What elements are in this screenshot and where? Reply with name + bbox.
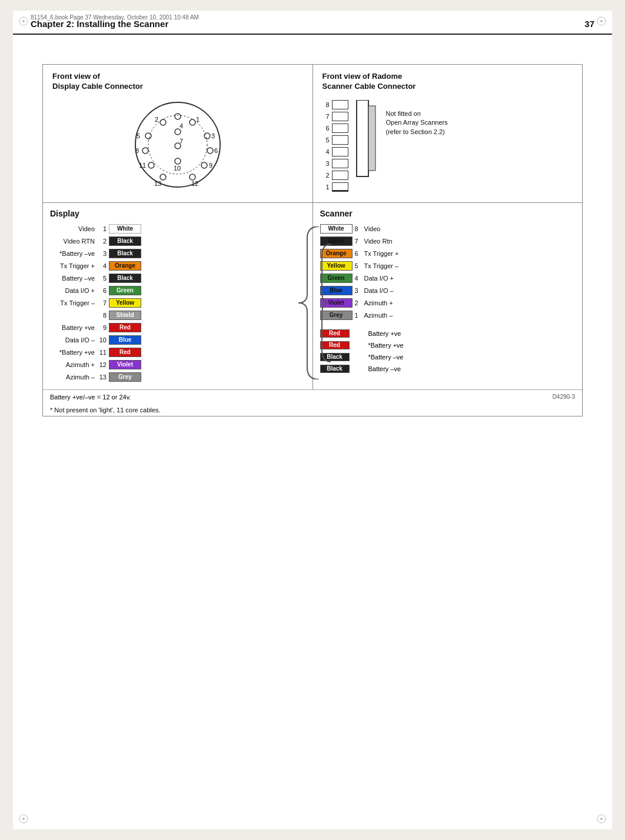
radome-pin-6: 6 bbox=[323, 124, 348, 133]
wire-row-data-io-plus: Data I/O + 6 Green bbox=[50, 285, 305, 296]
svg-point-10 bbox=[175, 114, 181, 119]
svg-text:9: 9 bbox=[209, 162, 212, 169]
corner-mark-br bbox=[596, 813, 607, 825]
svg-text:5: 5 bbox=[137, 132, 140, 139]
svg-rect-38 bbox=[368, 106, 375, 171]
not-present-note: * Not present on 'light', 11 core cables… bbox=[43, 404, 582, 416]
svg-text:10: 10 bbox=[174, 165, 181, 172]
radome-view-title: Front view of Radome Scanner Cable Conne… bbox=[323, 72, 573, 92]
battery-note: Battery +ve/–ve = 12 or 24v. bbox=[50, 394, 131, 401]
scanner-wire-grey: Grey 1 Azimuth – bbox=[320, 309, 576, 321]
scanner-battery-pve: Red Battery +ve bbox=[320, 328, 576, 339]
wire-row-battery-ve-star: *Battery –ve 3 Black bbox=[50, 248, 305, 259]
svg-text:2: 2 bbox=[155, 116, 158, 123]
svg-text:13: 13 bbox=[154, 180, 161, 187]
svg-text:6: 6 bbox=[214, 147, 218, 154]
svg-text:1: 1 bbox=[196, 116, 200, 123]
scanner-battery-mve: Black Battery –ve bbox=[320, 364, 576, 374]
scanner-wiring-title: Scanner bbox=[320, 209, 576, 218]
wire-row-tx-trigger-plus: Tx Trigger + 4 Orange bbox=[50, 260, 305, 272]
display-wire-table: Video 1 White Video RTN 2 Black *Battery… bbox=[50, 223, 305, 383]
svg-point-15 bbox=[204, 133, 210, 139]
scanner-wire-violet: Violet 2 Azimuth + bbox=[320, 297, 576, 309]
svg-point-27 bbox=[201, 162, 207, 168]
radome-pin-3: 3 bbox=[323, 159, 348, 168]
radome-pin-2: 2 bbox=[323, 171, 348, 180]
wire-row-video-rtn: Video RTN 2 Black bbox=[50, 235, 305, 247]
svg-point-17 bbox=[175, 129, 181, 135]
radome-pin-8: 8 bbox=[323, 100, 348, 109]
svg-text:4: 4 bbox=[179, 122, 183, 129]
scanner-wire-green: Green 4 Data I/O + bbox=[320, 272, 576, 284]
wire-row-video: Video 1 White bbox=[50, 223, 305, 235]
scanner-wire-white: White 8 Video bbox=[320, 223, 576, 235]
corner-mark-bl bbox=[18, 813, 29, 825]
doc-id: D4290-3 bbox=[553, 394, 575, 400]
top-views: Front view of Display Cable Connector bbox=[43, 65, 582, 203]
svg-point-35 bbox=[160, 174, 166, 180]
radome-connector-diagram: 8 7 6 5 bbox=[323, 98, 573, 193]
wire-row-data-io-minus: Data I/O – 10 Blue bbox=[50, 334, 305, 346]
scanner-battery-pve-star: Red *Battery +ve bbox=[320, 340, 576, 351]
svg-point-11 bbox=[190, 119, 195, 125]
display-wiring-section: Display Video 1 White Video RTN 2 Black bbox=[43, 203, 313, 389]
svg-point-25 bbox=[142, 148, 148, 154]
corner-mark-tr bbox=[596, 15, 607, 27]
svg-point-13 bbox=[160, 119, 166, 125]
scanner-battery-mve-star: Black *Battery –ve bbox=[320, 352, 576, 362]
radome-pin-7: 7 bbox=[323, 112, 348, 121]
scanner-battery-extra: Red Battery +ve Red *Battery +ve Black *… bbox=[320, 325, 576, 374]
svg-point-19 bbox=[145, 133, 151, 139]
svg-point-7 bbox=[600, 818, 603, 820]
radome-connector-view: Front view of Radome Scanner Cable Conne… bbox=[313, 65, 583, 202]
wire-row-tx-trigger-minus: Tx Trigger – 7 Yellow bbox=[50, 297, 305, 309]
wire-row-battery-pve: Battery +ve 9 Red bbox=[50, 322, 305, 334]
svg-rect-37 bbox=[357, 100, 368, 176]
scanner-wiring-section: Scanner White 8 Video Black 7 Video Rtn bbox=[313, 203, 583, 389]
footnote-area: Battery +ve/–ve = 12 or 24v. D4290-3 bbox=[43, 389, 582, 404]
svg-point-29 bbox=[175, 158, 181, 164]
svg-point-5 bbox=[22, 818, 25, 820]
svg-text:7: 7 bbox=[179, 138, 183, 145]
radome-pin-4: 4 bbox=[323, 147, 348, 156]
scanner-wire-yellow: Yellow 5 Tx Trigger – bbox=[320, 260, 576, 272]
scanner-wire-blue: Blue 3 Data I/O – bbox=[320, 285, 576, 296]
display-view-title: Front view of Display Cable Connector bbox=[52, 72, 303, 92]
radome-pin-1: 1 bbox=[323, 182, 348, 192]
wire-row-battery-pve-star: *Battery +ve 11 Red bbox=[50, 346, 305, 358]
svg-point-1 bbox=[22, 20, 25, 22]
svg-text:3: 3 bbox=[211, 132, 215, 139]
scanner-wire-orange: Orange 6 Tx Trigger + bbox=[320, 248, 576, 259]
display-connector-diagram: 1 2 3 4 5 bbox=[125, 98, 231, 192]
radome-note: Not fitted onOpen Array Scanners(refer t… bbox=[386, 109, 448, 136]
scanner-wire-black-7: Black 7 Video Rtn bbox=[320, 235, 576, 247]
svg-text:11: 11 bbox=[139, 162, 146, 169]
radome-pin-5: 5 bbox=[323, 135, 348, 145]
file-info: 81154_6.book Page 37 Wednesday, October … bbox=[31, 14, 199, 21]
svg-point-3 bbox=[600, 20, 603, 22]
display-wiring-title: Display bbox=[50, 209, 305, 218]
page-number: 37 bbox=[584, 19, 594, 29]
svg-point-31 bbox=[148, 162, 154, 168]
svg-point-21 bbox=[207, 148, 213, 154]
main-diagram: Front view of Display Cable Connector bbox=[42, 64, 583, 416]
wire-row-battery-ve: Battery –ve 5 Black bbox=[50, 272, 305, 284]
scanner-wire-table: White 8 Video Black 7 Video Rtn Orange 6… bbox=[320, 223, 576, 374]
wire-row-azimuth-plus: Azimuth + 12 Violet bbox=[50, 359, 305, 371]
display-connector-view: Front view of Display Cable Connector bbox=[43, 65, 313, 202]
corner-mark-tl bbox=[18, 15, 29, 27]
bottom-wiring: Display Video 1 White Video RTN 2 Black bbox=[43, 203, 582, 389]
svg-text:12: 12 bbox=[191, 180, 198, 187]
page-content: 81154_6.book Page 37 Wednesday, October … bbox=[13, 11, 612, 829]
svg-text:8: 8 bbox=[135, 147, 139, 154]
svg-point-33 bbox=[190, 174, 195, 180]
wire-row-shield: 8 Shield bbox=[50, 309, 305, 321]
wire-row-azimuth-minus: Azimuth – 13 Grey bbox=[50, 371, 305, 383]
